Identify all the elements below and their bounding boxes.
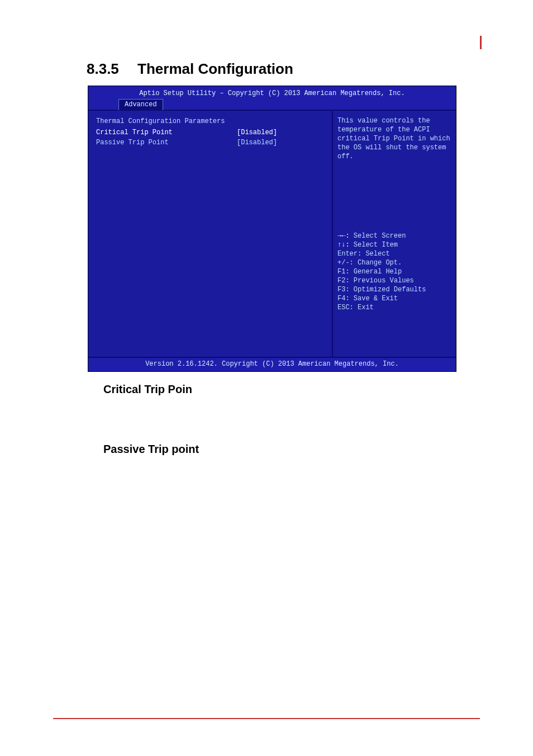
tab-advanced[interactable]: Advanced [118,99,163,110]
subheading-critical-trip-point: Critical Trip Poin [103,383,480,396]
key-hint-text: Enter: Select [337,249,451,258]
thermal-params-header: Thermal Configuration Parameters [96,117,326,125]
bios-body: Thermal Configuration Parameters Critica… [88,111,456,357]
bios-key-hints: →←: Select Screen ↑↓: Select Item Enter:… [337,231,451,312]
section-heading: 8.3.5 Thermal Configuration [87,60,480,78]
key-hint-text: F2: Previous Values [337,276,451,285]
option-passive-trip-point[interactable]: Passive Trip Point [Disabled] [96,138,326,148]
bios-right-pane: This value controls the temperature of t… [333,111,456,357]
key-hint-text: F4: Save & Exit [337,294,451,303]
key-hint-text: +/-: Change Opt. [337,258,451,267]
bios-screenshot: Aptio Setup Utility – Copyright (C) 2013… [88,86,456,372]
key-hint-text: Select Item [350,241,398,249]
key-arrow-ud-icon: ↑↓: [337,241,350,249]
subheading-passive-trip-point: Passive Trip point [103,443,480,456]
bios-titlebar: Aptio Setup Utility – Copyright (C) 2013… [88,86,456,111]
bios-top-title: Aptio Setup Utility – Copyright (C) 2013… [88,88,456,100]
section-number: 8.3.5 [87,60,119,78]
key-hint-text: F1: General Help [337,267,451,276]
option-critical-trip-point[interactable]: Critical Trip Point [Disabled] [96,127,326,138]
option-label: Critical Trip Point [96,127,237,138]
option-value: [Disabled] [237,127,326,138]
bios-footer: Version 2.16.1242. Copyright (C) 2013 Am… [88,357,456,371]
option-value: [Disabled] [237,138,326,148]
key-arrow-lr-icon: →←: [337,232,350,240]
key-hint-text: ESC: Exit [337,303,451,312]
bios-help-text: This value controls the temperature of t… [337,116,451,161]
bios-left-pane: Thermal Configuration Parameters Critica… [88,111,333,357]
bios-tab-row: Advanced [88,100,456,111]
key-hint-text: F3: Optimized Defaults [337,285,451,294]
section-title-text: Thermal Configuration [137,60,293,77]
key-hint-text: Select Screen [350,232,406,240]
option-label: Passive Trip Point [96,138,237,148]
footer-divider [53,718,480,719]
corner-mark [480,36,482,49]
